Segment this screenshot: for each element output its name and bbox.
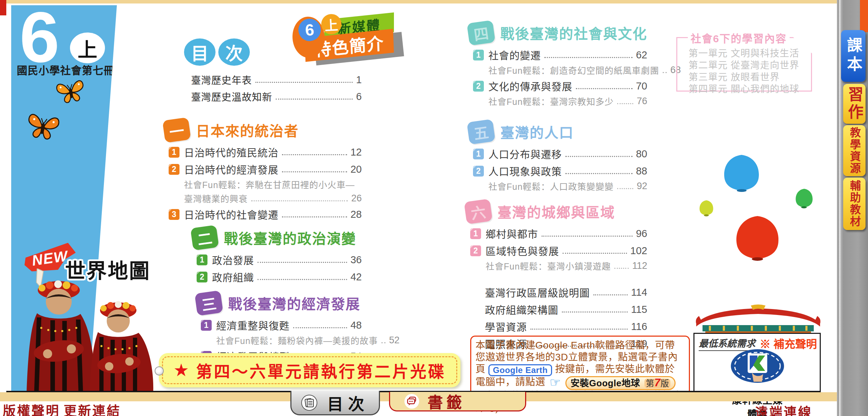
butterfly-icon	[53, 74, 89, 108]
toc-subitem[interactable]: 社會Fun輕鬆：臺灣宗教知多少76	[488, 95, 647, 107]
top-frame-strip	[0, 0, 861, 3]
toc-item[interactable]: 2文化的傳承與發展70	[473, 79, 647, 93]
side-tab-teaching-resources[interactable]: 教學資源	[843, 125, 866, 176]
unit-block: 四戰後臺灣的社會與文化1社會的變遷62社會Fun輕鬆：創造奇幻空間的紙風車劇團6…	[468, 22, 647, 107]
dot-leader	[617, 188, 633, 189]
item-page-number: 42	[351, 271, 362, 283]
toc-item[interactable]: 臺灣行政區層級說明圖114	[485, 285, 647, 300]
next-volume-title: 社會6下的學習內容	[688, 30, 790, 45]
toc-item[interactable]: 2政府組織42	[197, 270, 362, 284]
toc-item[interactable]: 2人口現象與政策88	[473, 164, 647, 178]
toc-subitem[interactable]: 社會Fun輕鬆：麵粉袋內褲—美援的故事52	[216, 334, 362, 346]
dot-leader	[530, 329, 628, 330]
corner-red-marker	[0, 0, 6, 15]
front-matter-list: 臺灣歷史年表1臺灣歷史溫故知新6	[191, 70, 362, 103]
next-volume-item: 第二單元 從臺灣走向世界	[689, 59, 799, 71]
item-label: 經濟重整與復甦	[216, 318, 290, 332]
toc-item[interactable]: 1經濟重整與復甦48	[201, 318, 362, 332]
toc-item[interactable]: 學習資源116	[485, 319, 647, 334]
unit-heading[interactable]: 一日本來的統治者	[164, 119, 362, 141]
dot-leader	[381, 342, 386, 343]
toc-tab[interactable]: 目次	[290, 391, 380, 415]
item-label: 日治時代的社會變遷	[184, 207, 278, 222]
disc-notice-text: 第四～六單元請執行第二片光碟	[196, 359, 446, 382]
item-number-badge: 1	[169, 147, 179, 158]
toc-item[interactable]: 1日治時代的殖民統治12	[169, 145, 362, 159]
toc-item[interactable]: 2日治時代的經濟發展20	[169, 162, 362, 177]
dot-leader	[282, 171, 347, 172]
unit-heading[interactable]: 六臺灣的城鄉與區域	[465, 200, 647, 223]
side-tab-textbook[interactable]: 課本	[841, 30, 866, 82]
toc-subitem[interactable]: 社會Fun輕鬆：創造奇幻空間的紙風車劇團68	[488, 64, 647, 76]
item-label: 區域特色與發展	[486, 243, 559, 258]
item-page-number: 96	[636, 228, 647, 239]
toc-item[interactable]: 1社會的變遷62	[473, 48, 647, 62]
toc-title-circle: 目	[184, 38, 216, 66]
item-page-number: 70	[636, 80, 647, 92]
item-page-number: 115	[631, 304, 647, 315]
toc-item[interactable]: 2區域特色與發展102	[470, 243, 647, 258]
item-number-badge: 3	[169, 209, 179, 220]
dot-leader	[544, 57, 633, 58]
kangxuan-logo[interactable]: 康軒線上媒體盒	[729, 348, 785, 390]
item-label: 政府組織架構圖	[485, 302, 558, 317]
dot-leader	[563, 253, 627, 254]
toc-page: 6 上 國民小學社會第七冊 N	[6, 3, 820, 392]
item-label: 社會Fun輕鬆：奔馳在甘蔗田裡的小火車—	[184, 178, 355, 191]
unit-heading[interactable]: 五臺灣的人口	[468, 121, 647, 143]
copyright-link[interactable]: 版權聲明	[3, 401, 60, 416]
dot-leader	[251, 200, 348, 201]
toc-subitem[interactable]: 臺灣糖業的興衰26	[184, 192, 362, 205]
semester-oval: 上	[70, 33, 105, 63]
toc-subitem[interactable]: 社會Fun輕鬆：奔馳在甘蔗田裡的小火車—	[184, 178, 362, 191]
unit-title: 戰後臺灣的政治演變	[224, 228, 356, 248]
toc-subitem[interactable]: 社會Fun輕鬆：人口政策變變變92	[488, 180, 647, 192]
pointer-hand-icon: ☞	[548, 375, 563, 389]
feature-intro-button[interactable]: 新媒體 特色簡介 6 上	[293, 10, 400, 62]
item-number-badge: 2	[197, 272, 207, 282]
install-google-earth-button[interactable]: 安裝Google地球 第7版	[565, 376, 676, 390]
unit-heading[interactable]: 三戰後臺灣的經濟發展	[196, 292, 362, 314]
unit-heading[interactable]: 二戰後臺灣的政治演變	[192, 227, 362, 249]
dot-leader	[257, 262, 347, 263]
item-number-badge: 2	[473, 166, 484, 177]
item-page-number: 88	[636, 165, 647, 177]
bookmark-tab[interactable]: 書籤	[389, 392, 526, 411]
series-title: 國民小學社會第七冊	[17, 62, 114, 77]
item-page-number: 114	[631, 287, 647, 298]
toc-subitem[interactable]: 社會Fun輕鬆：臺灣小鎮漫遊趣112	[486, 259, 647, 272]
unit-number-icon: 一	[162, 117, 191, 143]
bookmark-tab-label: 書籤	[424, 390, 465, 413]
next-volume-list: 第一單元 文明與科技生活第二單元 從臺灣走向世界第三單元 放眼看世界第四單元 關…	[689, 48, 799, 95]
toc-item[interactable]: 臺灣歷史年表1	[191, 73, 362, 87]
item-label: 日治時代的殖民統治	[184, 145, 278, 159]
lantern-illustration	[683, 146, 825, 263]
toc-item[interactable]: 1政治發展36	[197, 252, 362, 267]
item-page-number: 102	[630, 245, 647, 257]
dot-leader	[576, 88, 633, 89]
item-page-number: 36	[351, 254, 362, 266]
item-number-badge: 2	[169, 164, 179, 175]
grommet-icon	[155, 366, 164, 375]
unit-title: 戰後臺灣的社會與文化	[500, 23, 647, 43]
side-tab-supplementary-materials[interactable]: 輔助教材	[843, 178, 866, 230]
unit-heading[interactable]: 四戰後臺灣的社會與文化	[468, 22, 647, 44]
toc-tab-label: 目次	[322, 391, 369, 414]
toc-item[interactable]: 1人口分布與遷移80	[473, 146, 647, 161]
dot-leader	[542, 236, 633, 237]
item-label: 社會Fun輕鬆：人口政策變變變	[488, 180, 614, 192]
toc-item[interactable]: 3日治時代的社會變遷28	[169, 207, 362, 222]
google-earth-button[interactable]: Google Earth	[488, 364, 552, 376]
update-link[interactable]: 更新連結	[64, 401, 121, 416]
toc-item[interactable]: 政府組織架構圖115	[485, 302, 647, 317]
item-number-badge: 1	[473, 50, 484, 60]
toc-item[interactable]: 1鄉村與都市96	[470, 226, 647, 241]
item-page-number: 26	[351, 193, 362, 204]
unit-number-icon: 三	[195, 290, 223, 316]
item-label: 日治時代的經濟發展	[184, 162, 278, 177]
toc-item[interactable]: 臺灣歷史溫故知新6	[191, 89, 362, 103]
remote-connection-link[interactable]: 遠端連線	[755, 402, 812, 416]
dot-leader	[255, 82, 353, 83]
side-tab-workbook[interactable]: 習作	[843, 84, 866, 124]
item-number-badge: 1	[473, 149, 484, 159]
